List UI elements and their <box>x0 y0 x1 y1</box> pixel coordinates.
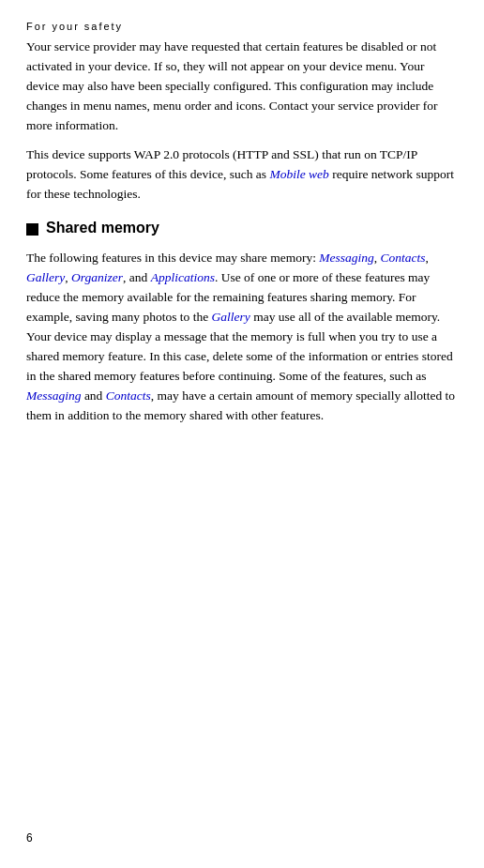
paragraph-1: Your service provider may have requested… <box>26 37 458 135</box>
heading-square-icon <box>26 223 38 236</box>
messaging-link-1[interactable]: Messaging <box>319 251 374 265</box>
page-header: For your safety <box>26 17 458 37</box>
page-number: 6 <box>26 830 33 847</box>
section-title: Shared memory <box>46 217 159 240</box>
applications-link[interactable]: Applications <box>151 270 215 284</box>
paragraph-2: This device supports WAP 2.0 protocols (… <box>26 145 458 204</box>
organizer-link[interactable]: Organizer <box>71 270 123 284</box>
mobile-web-link[interactable]: Mobile web <box>269 167 328 181</box>
contacts-link-2[interactable]: Contacts <box>106 388 151 403</box>
messaging-link-2[interactable]: Messaging <box>26 388 82 403</box>
contacts-link-1[interactable]: Contacts <box>381 251 426 265</box>
section-body: The following features in this device ma… <box>26 248 458 425</box>
shared-memory-heading: Shared memory <box>26 217 458 240</box>
gallery-link-2[interactable]: Gallery <box>212 310 250 324</box>
gallery-link-1[interactable]: Gallery <box>26 270 65 284</box>
